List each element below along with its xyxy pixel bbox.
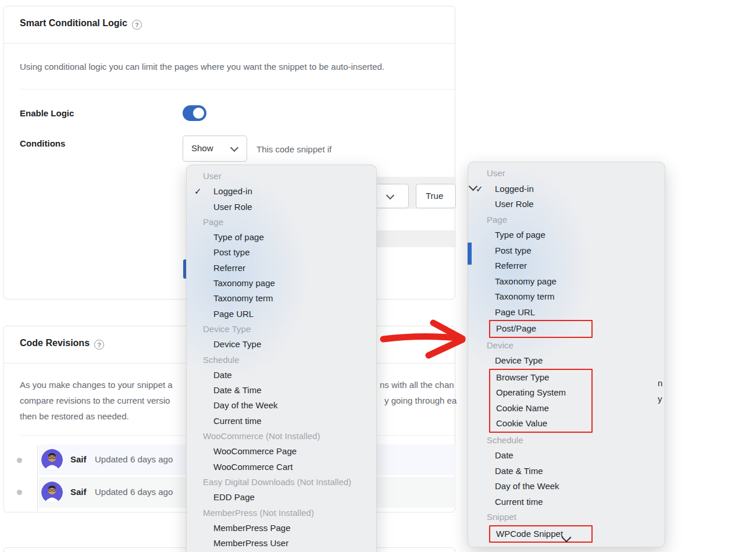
chevron-down-icon [386,191,394,200]
menu-item-referrer[interactable]: Referrer [468,258,665,274]
menu-item-label: Cookie Value [496,418,547,428]
menu-item-label: Current time [213,416,262,426]
revision-updated-time: Updated 6 days ago [95,454,173,464]
menu-item-label: Page [203,217,223,227]
menu-item-label: Date & Time [495,466,543,476]
menu-item-day-of-the-week[interactable]: Day of the Week [468,479,665,494]
menu-item-edd-page[interactable]: EDD Page [187,490,376,505]
help-icon[interactable]: ? [94,340,104,350]
menu-item-woocommerce-cart[interactable]: WooCommerce Cart [187,460,376,475]
menu-item-woocommerce-page[interactable]: WooCommerce Page [187,444,376,459]
menu-item-post-type[interactable]: Post type [468,243,665,259]
menu-item-cookie-value[interactable]: Cookie Value [490,416,591,432]
menu-group-snippet: Snippet [468,510,665,525]
show-select-value: Show [191,143,213,153]
avatar [41,482,63,503]
menu-item-label: Post type [213,247,250,257]
menu-item-label: Type of page [213,232,264,242]
menu-item-label: Day of the Week [213,400,278,410]
menu-item-logged-in[interactable]: ✓Logged-in [187,184,376,199]
menu-group-device-type: Device Type [187,322,376,337]
menu-item-label: Taxonomy term [495,291,555,301]
menu-item-label: Date [495,450,513,460]
enable-logic-toggle[interactable] [183,105,206,121]
menu-item-date-time[interactable]: Date & Time [187,383,376,398]
menu-item-label: Easy Digital Downloads (Not Installed) [203,477,351,487]
menu-item-label: User [487,168,505,178]
timeline-dot [17,490,22,495]
menu-item-user-role[interactable]: User Role [468,197,665,212]
help-icon[interactable]: ? [132,20,142,30]
condition-value: True [426,191,443,201]
menu-item-label: Type of page [495,230,545,240]
menu-item-label: Browser Type [496,372,549,382]
menu-item-user-role[interactable]: User Role [187,200,376,215]
menu-item-label: Device Type [213,339,261,349]
menu-item-taxonomy-page[interactable]: Taxonomy page [187,276,376,291]
menu-item-taxonomy-term[interactable]: Taxonomy term [187,291,376,306]
scroll-more-indicator [563,533,570,543]
menu-item-label: User Role [495,199,534,209]
red-highlight-box: Browser TypeOperating SystemCookie NameC… [489,369,593,433]
menu-item-type-of-page[interactable]: Type of page [468,227,665,243]
revision-author: Saif [70,454,87,464]
menu-item-page-url[interactable]: Page URL [187,307,376,322]
menu-item-memberpress-user[interactable]: MemberPress User [187,536,376,551]
menu-item-type-of-page[interactable]: Type of page [187,230,376,245]
menu-item-label: Taxonomy term [213,293,273,303]
conditions-dropdown-menu: User✓Logged-inUser RolePageType of pageP… [186,165,377,552]
toggle-knob [193,108,204,119]
red-arrow-annotation [375,317,468,362]
menu-item-label: Current time [495,497,543,507]
menu-item-current-time[interactable]: Current time [468,494,665,510]
menu-item-label: WooCommerce (Not Installed) [203,431,320,441]
menu-item-memberpress-page[interactable]: MemberPress Page [187,521,376,536]
conditions-label: Conditions [20,138,65,148]
menu-item-label: EDD Page [213,492,255,502]
revisions-paragraph-line3: then be restored as needed. [20,411,129,421]
menu-item-browser-type[interactable]: Browser Type [490,370,591,386]
menu-item-current-time[interactable]: Current time [187,414,376,429]
menu-item-taxonomy-term[interactable]: Taxonomy term [468,289,665,305]
menu-item-referrer[interactable]: Referrer [187,261,376,276]
enable-logic-label: Enable Logic [20,108,74,118]
revisions-paragraph-line2: compare revisions to the current versio [20,396,170,405]
menu-item-label: Operating System [496,387,566,397]
revisions-paragraph-line2-cont: y going through ea [384,396,457,405]
menu-item-label: Date [213,370,232,380]
menu-item-taxonomy-page[interactable]: Taxonomy page [468,274,665,290]
menu-group-woocommerce-not-installed: WooCommerce (Not Installed) [187,429,376,444]
menu-item-label: Day of the Week [495,481,559,491]
menu-item-page-url[interactable]: Page URL [468,305,665,320]
menu-item-date[interactable]: Date [187,368,376,383]
menu-item-label: Taxonomy page [213,278,275,288]
menu-item-label: Post/Page [496,323,536,333]
menu-item-cookie-name[interactable]: Cookie Name [490,401,591,416]
menu-item-day-of-the-week[interactable]: Day of the Week [187,398,376,413]
show-hide-select[interactable]: Show [183,136,247,162]
check-icon: ✓ [194,184,202,199]
menu-item-label: Taxonomy page [495,276,557,286]
red-highlight-box: Post/Page [489,320,593,338]
menu-item-label: Logged-in [495,184,534,194]
menu-item-date-time[interactable]: Date & Time [468,464,665,479]
menu-item-device-type[interactable]: Device Type [468,353,665,369]
condition-value-select[interactable]: True [416,184,456,208]
menu-item-operating-system[interactable]: Operating System [490,385,591,401]
menu-group-page: Page [468,212,665,228]
menu-item-device-type[interactable]: Device Type [187,337,376,352]
revision-timeline [37,445,38,511]
menu-item-label: Page URL [213,309,254,319]
menu-item-wpcode-snippet[interactable]: WPCode Snippet [490,526,591,542]
menu-item-logged-in[interactable]: ✓Logged-in [468,181,665,197]
menu-group-device: Device [468,338,665,354]
revisions-paragraph-line1-cont: ns with all the chan [380,380,454,390]
menu-item-label: Logged-in [213,186,252,196]
condition-hint-text: This code snippet if [256,144,331,154]
menu-item-date[interactable]: Date [468,448,665,464]
menu-item-label: Cookie Name [496,403,549,413]
menu-item-post-type[interactable]: Post type [187,245,376,260]
text-fragment: n [658,378,664,388]
menu-item-label: MemberPress (Not Installed) [203,508,314,518]
menu-item-post-page[interactable]: Post/Page [490,321,591,337]
